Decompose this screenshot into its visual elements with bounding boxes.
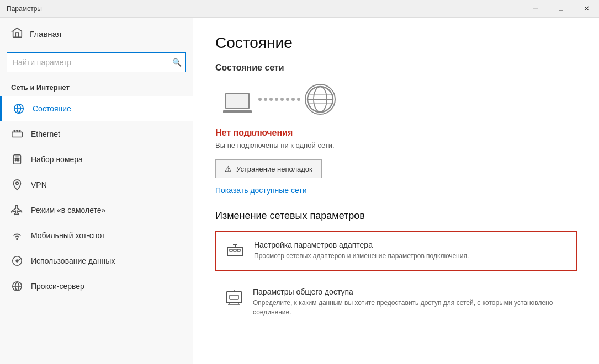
laptop-screen <box>225 93 250 109</box>
line-dot-2 <box>264 98 267 101</box>
network-line <box>254 98 305 101</box>
main-window: Параметры ─ □ ✕ Главная 🔍 <box>0 0 599 364</box>
sidebar-item-label-airplane: Режим «в самолете» <box>31 206 105 215</box>
sharing-card-desc: Определите, к каким данным вы хотите пре… <box>253 298 568 317</box>
proxy-icon <box>11 280 23 292</box>
no-connection-label: Нет подключения <box>215 128 577 138</box>
sidebar-item-ethernet[interactable]: Ethernet <box>0 121 193 147</box>
main-panel: Состояние Состояние сети <box>193 18 599 364</box>
home-icon <box>11 26 23 41</box>
svg-rect-33 <box>230 295 238 299</box>
svg-point-17 <box>16 182 19 185</box>
adapter-card-text: Настройка параметров адаптера Просмотр с… <box>254 240 469 261</box>
search-input[interactable] <box>7 52 186 72</box>
svg-rect-27 <box>230 249 232 251</box>
svg-point-18 <box>17 238 18 239</box>
search-icon[interactable]: 🔍 <box>172 58 182 67</box>
svg-point-14 <box>15 160 16 161</box>
sharing-card-title: Параметры общего доступа <box>253 287 568 296</box>
laptop-base <box>223 110 252 113</box>
svg-point-12 <box>17 158 18 159</box>
sidebar-item-label-hotspot: Мобильный хот-спот <box>31 231 105 240</box>
sidebar-item-label-data-usage: Использование данных <box>31 256 115 265</box>
svg-point-20 <box>16 260 18 262</box>
titlebar: Параметры ─ □ ✕ <box>0 0 599 18</box>
sidebar-item-label-dialup: Набор номера <box>31 155 83 164</box>
troubleshoot-button[interactable]: ⚠ Устранение неполадок <box>215 159 322 178</box>
data-usage-icon <box>11 255 23 267</box>
svg-point-16 <box>18 160 19 161</box>
line-dot-1 <box>258 98 262 101</box>
close-button[interactable]: ✕ <box>574 0 599 18</box>
svg-point-15 <box>17 160 18 161</box>
svg-point-11 <box>15 158 16 159</box>
svg-rect-28 <box>234 249 236 251</box>
change-section-title: Изменение сетевых параметров <box>215 210 577 222</box>
line-dot-3 <box>269 98 273 101</box>
globe-icon <box>305 84 336 115</box>
sidebar-section-title: Сеть и Интернет <box>0 79 193 96</box>
hotspot-icon <box>11 229 23 242</box>
sharing-icon <box>224 287 244 307</box>
svg-point-13 <box>18 158 19 159</box>
sidebar-home-button[interactable]: Главная <box>0 18 193 50</box>
sidebar-item-label-status: Состояние <box>33 104 71 113</box>
network-status-title: Состояние сети <box>215 63 577 73</box>
laptop-icon <box>221 85 254 113</box>
sidebar: Главная 🔍 Сеть и Интернет Состояние <box>0 18 193 364</box>
sidebar-item-label-ethernet: Ethernet <box>31 130 60 138</box>
adapter-card-title: Настройка параметров адаптера <box>254 240 469 249</box>
line-dot-7 <box>291 98 295 101</box>
airplane-icon <box>11 204 23 216</box>
maximize-button[interactable]: □ <box>548 0 574 18</box>
adapter-icon <box>225 240 245 260</box>
sidebar-item-vpn[interactable]: VPN <box>0 172 193 197</box>
sharing-card-text: Параметры общего доступа Определите, к к… <box>253 287 568 317</box>
window-content: Главная 🔍 Сеть и Интернет Состояние <box>0 18 599 364</box>
titlebar-controls: ─ □ ✕ <box>523 0 599 18</box>
vpn-icon <box>11 179 23 191</box>
show-networks-link[interactable]: Показать доступные сети <box>215 186 577 195</box>
sidebar-item-label-vpn: VPN <box>31 180 47 189</box>
status-icon <box>13 103 25 115</box>
warning-icon: ⚠ <box>225 164 232 173</box>
sidebar-item-airplane[interactable]: Режим «в самолете» <box>0 197 193 223</box>
adapter-settings-card[interactable]: Настройка параметров адаптера Просмотр с… <box>215 231 577 271</box>
sidebar-home-label: Главная <box>30 29 61 39</box>
no-connection-desc: Вы не подключены ни к одной сети. <box>215 141 577 149</box>
svg-rect-32 <box>226 292 242 303</box>
dialup-icon <box>11 153 23 165</box>
line-dot-5 <box>280 98 284 101</box>
line-dot-6 <box>286 98 289 101</box>
search-box: 🔍 <box>7 52 186 72</box>
page-title: Состояние <box>215 34 577 52</box>
sidebar-item-label-proxy: Прокси-сервер <box>31 282 84 291</box>
sidebar-item-data-usage[interactable]: Использование данных <box>0 248 193 274</box>
line-dot-8 <box>297 98 300 101</box>
ethernet-icon <box>11 128 23 140</box>
sidebar-item-status[interactable]: Состояние <box>0 96 193 121</box>
svg-rect-29 <box>237 249 240 251</box>
adapter-card-desc: Просмотр сетевых адаптеров и изменение п… <box>254 251 469 261</box>
sidebar-item-dialup[interactable]: Набор номера <box>0 147 193 172</box>
network-diagram <box>215 84 577 115</box>
svg-rect-2 <box>12 132 22 137</box>
line-dot-4 <box>275 98 278 101</box>
sidebar-item-hotspot[interactable]: Мобильный хот-спот <box>0 223 193 248</box>
minimize-button[interactable]: ─ <box>523 0 548 18</box>
titlebar-title: Параметры <box>7 5 42 13</box>
sharing-settings-card[interactable]: Параметры общего доступа Определите, к к… <box>215 279 577 326</box>
sidebar-item-proxy[interactable]: Прокси-сервер <box>0 274 193 299</box>
troubleshoot-label: Устранение неполадок <box>236 165 312 173</box>
